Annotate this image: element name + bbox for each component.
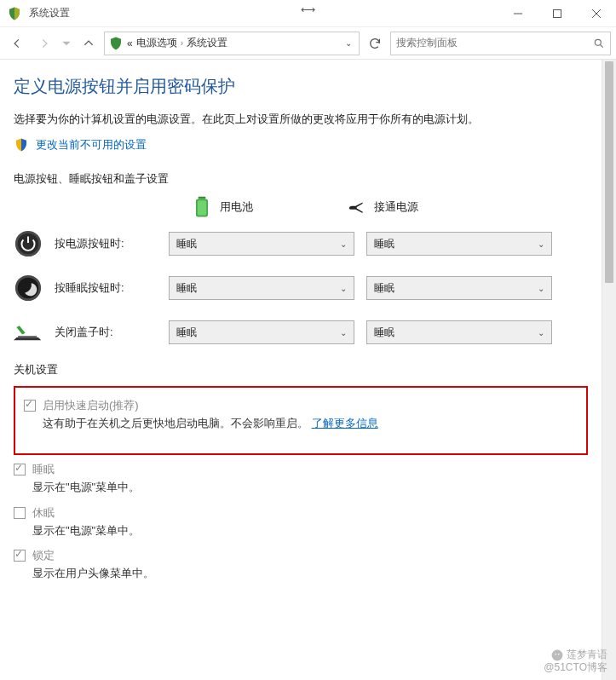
sleep-checkbox[interactable]: [14, 464, 26, 475]
power-button-battery-select[interactable]: 睡眠⌄: [169, 232, 354, 256]
col-battery-label: 用电池: [220, 199, 253, 215]
refresh-button[interactable]: [363, 32, 387, 55]
row-power-label: 按电源按钮时:: [55, 236, 157, 251]
chevron-down-icon: ⌄: [340, 284, 347, 293]
power-button-icon: [14, 229, 43, 258]
search-icon: [593, 37, 605, 49]
maximize-button[interactable]: [538, 0, 577, 27]
svg-rect-2: [199, 197, 206, 199]
fastboot-label: 启用快速启动(推荐): [43, 398, 139, 413]
sleep-option-desc: 显示在"电源"菜单中。: [32, 479, 588, 497]
breadcrumb-dropdown-icon[interactable]: ⌄: [342, 38, 355, 48]
fastboot-learn-more-link[interactable]: 了解更多信息: [312, 417, 378, 429]
lock-option-label: 锁定: [32, 548, 55, 563]
col-plugged-label: 接通电源: [374, 199, 418, 215]
svg-rect-0: [554, 9, 561, 17]
lid-close-icon: [14, 318, 43, 347]
hibernate-option-label: 休眠: [32, 505, 55, 521]
svg-rect-4: [198, 200, 207, 216]
lid-plugged-select[interactable]: 睡眠⌄: [366, 320, 552, 344]
chevron-right-icon: ›: [181, 38, 183, 48]
hibernate-checkbox[interactable]: [14, 507, 26, 519]
chevron-down-icon: ⌄: [340, 239, 347, 249]
chevron-down-icon: ⌄: [538, 239, 544, 249]
breadcrumb-prefix: «: [127, 37, 133, 49]
page-intro: 选择要为你的计算机设置的电源设置。在此页上对设置所做的更改将应用于你所有的电源计…: [14, 110, 588, 129]
buttons-section-title: 电源按钮、睡眠按钮和盖子设置: [14, 171, 588, 187]
power-button-plugged-select[interactable]: 睡眠⌄: [366, 232, 552, 256]
search-placeholder: 搜索控制面板: [396, 36, 588, 50]
lid-battery-select[interactable]: 睡眠⌄: [169, 320, 354, 344]
battery-icon: [193, 195, 211, 219]
chevron-down-icon: ⌄: [340, 328, 347, 337]
row-lid-label: 关闭盖子时:: [55, 325, 157, 340]
app-shield-icon: [7, 6, 22, 21]
uac-shield-icon: [14, 137, 29, 153]
back-button[interactable]: [5, 32, 29, 55]
fastboot-desc: 这有助于在关机之后更快地启动电脑。不会影响重启。 了解更多信息: [43, 415, 578, 433]
lock-option-desc: 显示在用户头像菜单中。: [32, 565, 588, 583]
fastboot-checkbox[interactable]: [24, 400, 36, 412]
resize-handle-icon[interactable]: ⟷: [301, 3, 315, 15]
row-sleep-label: 按睡眠按钮时:: [55, 280, 157, 296]
search-input[interactable]: 搜索控制面板: [390, 32, 611, 55]
page-title: 定义电源按钮并启用密码保护: [14, 75, 588, 98]
close-button[interactable]: [577, 0, 616, 27]
sleep-button-icon: [14, 274, 43, 303]
hibernate-option-desc: 显示在"电源"菜单中。: [32, 522, 588, 540]
fastboot-highlight-box: 启用快速启动(推荐) 这有助于在关机之后更快地启动电脑。不会影响重启。 了解更多…: [14, 386, 588, 455]
lock-checkbox[interactable]: [14, 550, 26, 562]
breadcrumb-item-power-options[interactable]: 电源选项: [136, 36, 177, 50]
chevron-down-icon: ⌄: [538, 328, 544, 337]
shutdown-section-title: 关机设置: [14, 362, 588, 377]
up-button[interactable]: [77, 32, 101, 55]
plug-icon: [347, 195, 366, 219]
breadcrumb-item-system-settings[interactable]: 系统设置: [187, 36, 227, 50]
breadcrumb[interactable]: « 电源选项 › 系统设置 ⌄: [104, 32, 360, 55]
history-dropdown-button[interactable]: [60, 32, 73, 55]
sleep-option-label: 睡眠: [32, 462, 55, 477]
vertical-scrollbar[interactable]: [602, 60, 616, 680]
minimize-button[interactable]: [498, 0, 538, 27]
sleep-button-battery-select[interactable]: 睡眠⌄: [169, 276, 354, 300]
chevron-down-icon: ⌄: [538, 284, 544, 293]
unlock-settings-link[interactable]: 更改当前不可用的设置: [36, 137, 147, 153]
svg-point-1: [595, 39, 601, 45]
forward-button[interactable]: [32, 32, 56, 55]
power-options-icon: [108, 36, 124, 51]
sleep-button-plugged-select[interactable]: 睡眠⌄: [366, 276, 552, 300]
window-title: 系统设置: [29, 6, 498, 20]
